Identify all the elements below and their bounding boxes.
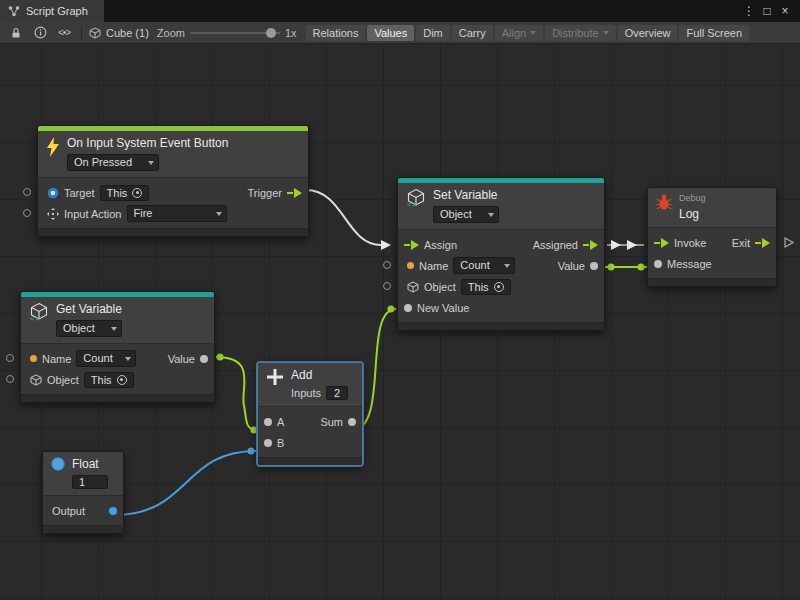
exit-outer-arrow[interactable] — [784, 237, 794, 250]
node-header: Float 1 — [43, 452, 123, 496]
maximize-icon[interactable]: □ — [758, 4, 776, 18]
assign-flow-port[interactable] — [404, 240, 419, 250]
relations-button[interactable]: Relations — [306, 25, 366, 41]
cube-icon — [30, 374, 42, 386]
menu-icon[interactable]: ⋮ — [740, 4, 758, 18]
overview-label: Overview — [625, 27, 671, 39]
cube-icon — [89, 27, 101, 39]
node-on-input-system-event-button[interactable]: On Input System Event Button On Pressed … — [37, 125, 309, 237]
node-footer — [43, 525, 123, 533]
dim-button[interactable]: Dim — [416, 25, 450, 41]
input-a-port[interactable] — [264, 418, 272, 426]
target-icon — [117, 375, 127, 385]
align-button[interactable]: Align — [495, 25, 543, 41]
new-value-label: New Value — [417, 302, 469, 314]
object-outer-port[interactable] — [383, 282, 391, 290]
node-header: Add Inputs 2 — [258, 363, 362, 407]
node-get-variable[interactable]: <> Get Variable Object Name Count — [20, 291, 215, 403]
output-row: Output — [43, 500, 123, 521]
exit-flow-port[interactable] — [755, 238, 770, 248]
float-output-port[interactable] — [109, 507, 117, 515]
overview-button[interactable]: Overview — [618, 25, 678, 41]
zoom-slider[interactable] — [190, 32, 280, 34]
input-action-dropdown[interactable]: Fire — [127, 205, 227, 222]
trigger-flow-port[interactable] — [287, 188, 302, 198]
message-port[interactable] — [654, 260, 662, 268]
name-label: Name — [419, 260, 448, 272]
relations-label: Relations — [313, 27, 359, 39]
name-dropdown[interactable]: Count — [453, 257, 515, 274]
align-label: Align — [502, 27, 526, 39]
node-body: A Sum B — [258, 407, 362, 457]
full-screen-button[interactable]: Full Screen — [679, 25, 749, 41]
zoom-slider-handle[interactable] — [266, 28, 276, 38]
input-action-outer-port[interactable] — [23, 209, 31, 217]
bug-icon — [656, 193, 672, 211]
invoke-row: Invoke Exit — [648, 232, 776, 253]
lock-icon[interactable] — [4, 27, 28, 39]
caret-down-icon — [148, 161, 154, 165]
float-icon — [51, 457, 65, 471]
info-icon[interactable] — [28, 26, 52, 39]
code-icon[interactable]: <•> — [52, 27, 76, 38]
name-port[interactable] — [30, 355, 37, 362]
message-label: Message — [667, 258, 712, 270]
input-a-row: A Sum — [258, 411, 362, 432]
node-header: Debug Log — [648, 188, 776, 228]
graph-target-label: Cube (1) — [106, 27, 149, 39]
values-button[interactable]: Values — [367, 25, 414, 41]
sum-output-port[interactable] — [348, 418, 356, 426]
sum-label: Sum — [320, 416, 343, 428]
this-object-chip[interactable]: This — [100, 185, 150, 201]
name-dropdown[interactable]: Count — [76, 350, 136, 367]
name-row: Name Count Value — [21, 348, 214, 369]
float-value-field[interactable]: 1 — [72, 475, 108, 489]
inputs-count-field[interactable]: 2 — [326, 386, 348, 400]
tab-script-graph[interactable]: Script Graph — [0, 0, 104, 22]
tab-title: Script Graph — [26, 5, 88, 17]
node-body: Name Count Value Object — [21, 344, 214, 394]
assign-row: Assign Assigned — [398, 234, 604, 255]
name-outer-port[interactable] — [383, 261, 391, 269]
target-label: Target — [64, 187, 95, 199]
carry-button[interactable]: Carry — [452, 25, 493, 41]
trigger-label: Trigger — [248, 187, 282, 199]
target-outer-port[interactable] — [23, 188, 31, 196]
event-mode-dropdown[interactable]: On Pressed — [67, 154, 159, 171]
node-debug-log[interactable]: Debug Log Invoke Exit — [647, 187, 777, 287]
input-action-icon — [47, 208, 59, 220]
value-output-port[interactable] — [590, 262, 598, 270]
caret-down-icon — [125, 357, 131, 361]
invoke-flow-port[interactable] — [654, 238, 669, 248]
node-set-variable[interactable]: <> Set Variable Object Assign Assigned — [397, 177, 605, 331]
node-header: On Input System Event Button On Pressed — [38, 131, 308, 178]
new-value-port[interactable] — [404, 304, 412, 312]
distribute-button[interactable]: Distribute — [545, 25, 615, 41]
object-outer-port[interactable] — [6, 375, 14, 383]
value-output-port[interactable] — [200, 355, 208, 363]
input-b-row: B — [258, 432, 362, 453]
invoke-label: Invoke — [674, 237, 706, 249]
assigned-flow-port[interactable] — [583, 240, 598, 250]
node-float[interactable]: Float 1 Output — [42, 451, 124, 534]
graph-target[interactable]: Cube (1) — [89, 27, 149, 39]
message-row: Message — [648, 253, 776, 274]
input-b-port[interactable] — [264, 439, 272, 447]
assigned-label: Assigned — [533, 239, 578, 251]
svg-text:<>: <> — [30, 314, 40, 322]
name-port[interactable] — [407, 262, 414, 269]
input-b-label: B — [277, 437, 284, 449]
close-icon[interactable]: × — [776, 4, 794, 18]
node-title: Log — [679, 207, 706, 221]
node-title: Set Variable — [433, 188, 499, 202]
this-object-chip[interactable]: This — [461, 279, 511, 295]
graph-canvas[interactable]: On Input System Event Button On Pressed … — [0, 44, 800, 600]
node-category: Debug — [679, 193, 706, 203]
name-outer-port[interactable] — [6, 354, 14, 362]
svg-text:<>: <> — [407, 200, 417, 208]
dim-label: Dim — [423, 27, 443, 39]
variable-scope-dropdown[interactable]: Object — [56, 320, 122, 337]
this-object-chip[interactable]: This — [84, 372, 134, 388]
variable-scope-dropdown[interactable]: Object — [433, 206, 499, 223]
node-add[interactable]: Add Inputs 2 A Sum — [257, 362, 363, 466]
